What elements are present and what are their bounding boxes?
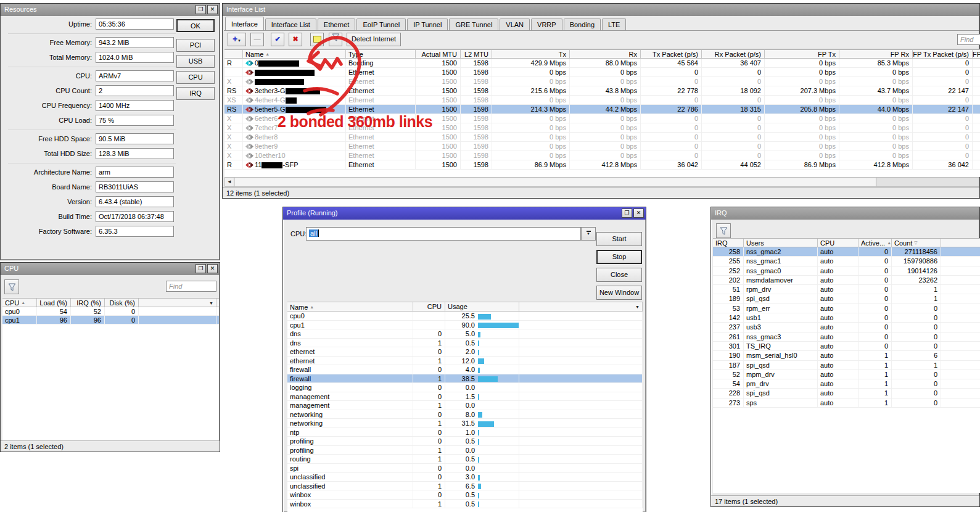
stop-button[interactable]: Stop bbox=[596, 250, 642, 264]
column-header-disk[interactable]: Disk (%) bbox=[105, 299, 139, 307]
table-row[interactable]: 54pm_drvauto10 bbox=[713, 379, 980, 389]
table-row[interactable]: 252nss_gmac0auto019014126 bbox=[713, 266, 980, 276]
table-row[interactable]: cpu196960 bbox=[2, 316, 219, 324]
column-header-flag[interactable] bbox=[224, 50, 243, 58]
table-row[interactable]: 190msm_serial_hsl0auto16 bbox=[713, 351, 980, 360]
table-row[interactable]: 53rpm_errauto00 bbox=[713, 304, 980, 313]
column-header-rx[interactable]: Rx bbox=[570, 50, 641, 58]
column-header-fp-rx[interactable]: FP Rx bbox=[839, 50, 913, 58]
tab-lte[interactable]: LTE bbox=[602, 19, 626, 30]
tab-bonding[interactable]: Bonding bbox=[564, 19, 601, 30]
tab-interface-list[interactable]: Interface List bbox=[265, 19, 316, 30]
column-dropdown-icon[interactable]: ▼ bbox=[633, 303, 641, 311]
tab-vlan[interactable]: VLAN bbox=[500, 19, 530, 30]
table-row[interactable]: networking131.5 bbox=[287, 419, 643, 428]
comment-button[interactable] bbox=[310, 33, 324, 46]
table-row[interactable]: profiling10.0 bbox=[287, 446, 643, 455]
table-row[interactable]: 52mpm_drvauto10 bbox=[713, 370, 980, 379]
resources-titlebar[interactable]: Resources ❐ ✕ bbox=[1, 4, 220, 16]
close-button[interactable]: Close bbox=[596, 268, 642, 282]
new-window-button[interactable]: New Window bbox=[596, 286, 642, 300]
table-row[interactable]: management01.5 bbox=[287, 392, 643, 402]
start-button[interactable]: Start bbox=[596, 232, 642, 246]
ok-button[interactable]: OK bbox=[176, 19, 215, 32]
table-row[interactable]: 51rpm_drvauto01 bbox=[713, 285, 980, 294]
table-row[interactable]: winbox10.5 bbox=[287, 500, 643, 509]
column-header-load[interactable]: Load (%) bbox=[37, 299, 71, 307]
table-row[interactable]: spi00.0 bbox=[287, 464, 643, 473]
cpu-combobox[interactable]: all bbox=[306, 227, 581, 241]
table-row[interactable]: 273spsauto10 bbox=[713, 398, 980, 408]
table-row[interactable]: cpu025.5 bbox=[287, 312, 643, 321]
table-row[interactable]: ethernet02.0 bbox=[287, 347, 643, 357]
table-row[interactable]: XS4ether4-GEthernet150015980 bps0 bps000… bbox=[224, 96, 980, 105]
table-row[interactable]: R11-SFPEthernet1500159886.9 Mbps412.8 Mb… bbox=[224, 160, 980, 170]
tab-ethernet[interactable]: Ethernet bbox=[318, 19, 356, 30]
close-icon[interactable]: ✕ bbox=[207, 264, 218, 273]
cpu-titlebar[interactable]: CPU ❐ ✕ bbox=[1, 263, 220, 275]
table-row[interactable]: networking08.0 bbox=[287, 410, 643, 419]
table-row[interactable]: 202msmdatamoverauto023262 bbox=[713, 276, 980, 285]
table-row[interactable]: X10ether10Ethernet150015980 bps0 bps000 … bbox=[224, 151, 980, 160]
column-header-count[interactable]: Count▽ bbox=[892, 239, 941, 247]
table-row[interactable]: XEthernet150015980 bps0 bps000 bps0 bps0 bbox=[224, 77, 980, 86]
disable-button[interactable]: ✖ bbox=[289, 33, 302, 46]
table-row[interactable]: cpu190.0 bbox=[287, 321, 643, 330]
table-row[interactable]: unclassified16.5 bbox=[287, 482, 643, 491]
table-row[interactable]: dns05.0 bbox=[287, 329, 643, 339]
column-header-actual-mtu[interactable]: Actual MTU bbox=[416, 50, 461, 58]
pci-button[interactable]: PCI bbox=[176, 39, 215, 52]
table-row[interactable]: X9ether9Ethernet150015980 bps0 bps000 bp… bbox=[224, 142, 980, 151]
table-row[interactable]: firewall04.0 bbox=[287, 365, 643, 374]
column-header-tx-packet-p-s[interactable]: Tx Packet (p/s) bbox=[641, 50, 702, 58]
table-row[interactable]: 261nss_gmac3auto00 bbox=[713, 332, 980, 342]
maximize-icon[interactable]: ❐ bbox=[196, 264, 206, 273]
column-header-rx-packet-p-s[interactable]: Rx Packet (p/s) bbox=[702, 50, 765, 58]
maximize-icon[interactable]: ❐ bbox=[622, 209, 632, 218]
column-header-active[interactable]: Active...▲ bbox=[859, 239, 892, 247]
profile-titlebar[interactable]: Profile (Running) ❐ ✕ bbox=[283, 207, 646, 220]
close-icon[interactable]: ✕ bbox=[633, 209, 644, 218]
column-header-type[interactable]: Type bbox=[346, 50, 416, 58]
table-row[interactable]: RS5ether5-GEthernet15001598214.3 Mbps44.… bbox=[224, 105, 980, 114]
cpu-button[interactable]: CPU bbox=[176, 71, 215, 84]
add-button[interactable]: +▼ bbox=[228, 33, 246, 46]
table-row[interactable]: routing10.5 bbox=[287, 455, 643, 464]
find-input[interactable]: Find bbox=[957, 34, 980, 45]
column-header-irq[interactable]: IRQ bbox=[713, 239, 744, 247]
column-header-fp-tx[interactable]: FP Tx bbox=[765, 50, 839, 58]
table-row[interactable]: 237usb3auto00 bbox=[713, 323, 980, 332]
scrollbar-thumb[interactable] bbox=[235, 178, 876, 186]
column-header-cpu[interactable]: CPU bbox=[413, 302, 445, 311]
table-row[interactable]: 142usb1auto00 bbox=[713, 313, 980, 323]
tab-interface[interactable]: Interface bbox=[225, 17, 264, 30]
column-header-usage[interactable]: Usage bbox=[445, 302, 519, 311]
table-row[interactable]: 189spi_qsdauto01 bbox=[713, 294, 980, 303]
column-header-irq[interactable]: IRQ (%) bbox=[71, 299, 105, 307]
table-row[interactable]: unclassified03.0 bbox=[287, 473, 643, 482]
remove-button[interactable]: — bbox=[250, 33, 264, 46]
table-row[interactable]: R0Bonding15001598429.9 Mbps88.0 Mbps45 5… bbox=[224, 59, 980, 68]
table-row[interactable]: winbox00.5 bbox=[287, 490, 643, 500]
table-row[interactable]: X7ether7Ethernet150015980 bps0 bps000 bp… bbox=[224, 123, 980, 133]
table-row[interactable]: logging00.0 bbox=[287, 383, 643, 392]
table-row[interactable]: ntp01.0 bbox=[287, 428, 643, 437]
filter-button[interactable] bbox=[4, 279, 19, 294]
column-dropdown-icon[interactable]: ▼ bbox=[207, 299, 215, 307]
table-row[interactable]: ethernet112.0 bbox=[287, 357, 643, 366]
table-row[interactable]: Ethernet150015980 bps0 bps000 bps0 bps0 bbox=[224, 68, 980, 77]
combo-dropdown-button[interactable]: ▼ bbox=[581, 227, 596, 241]
tab-eoip-tunnel[interactable]: EoIP Tunnel bbox=[356, 19, 406, 30]
table-row[interactable]: X6ether6Ethernet150015980 bps0 bps000 bp… bbox=[224, 114, 980, 123]
detect-internet-button[interactable]: Detect Internet bbox=[347, 33, 401, 46]
table-row[interactable]: profiling00.5 bbox=[287, 437, 643, 446]
table-row[interactable]: 301TS_IRQauto00 bbox=[713, 342, 980, 351]
table-row[interactable]: management10.0 bbox=[287, 401, 643, 410]
table-row[interactable]: cpu054520 bbox=[2, 307, 219, 316]
irq-titlebar[interactable]: IRQ bbox=[711, 207, 979, 220]
table-row[interactable]: 228spi_qsdauto10 bbox=[713, 389, 980, 398]
column-header-fp[interactable]: FP bbox=[973, 50, 980, 58]
column-header-cpu[interactable]: CPU bbox=[818, 239, 859, 247]
irq-button[interactable]: IRQ bbox=[176, 87, 215, 100]
horizontal-scrollbar[interactable]: ◄ bbox=[224, 177, 979, 187]
